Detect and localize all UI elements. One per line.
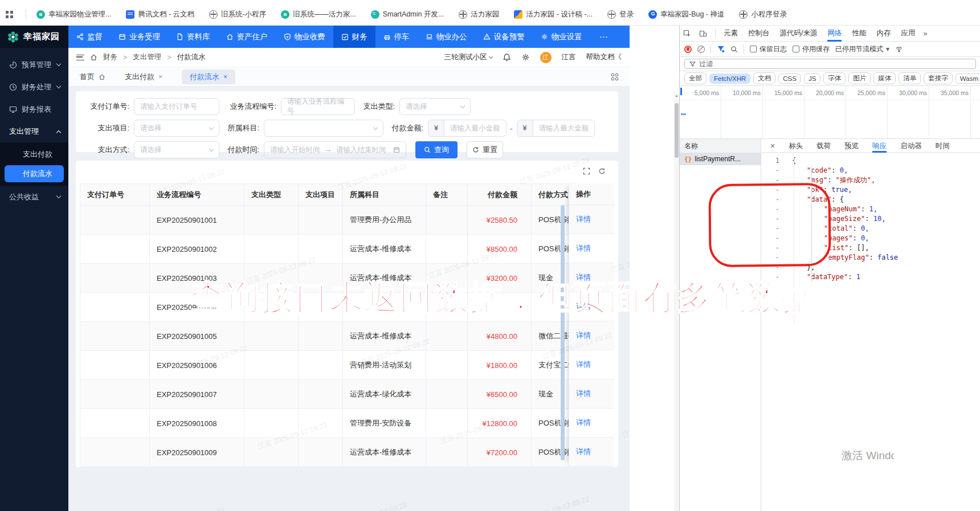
pay-time-range-input[interactable]: 请输入开始时间 → 请输入结束时间 [264, 141, 406, 158]
detail-link[interactable]: 详情 [576, 301, 591, 312]
filter-funnel-icon[interactable] [717, 45, 725, 53]
bell-icon[interactable] [503, 53, 511, 62]
request-type-chip[interactable]: 媒体 [873, 72, 896, 84]
bookmark-item[interactable]: 小程序登录 [739, 10, 787, 19]
community-select[interactable]: 三轮测试小区 [444, 52, 492, 62]
nav-item-property-office[interactable]: 物业办公 [418, 26, 475, 48]
record-icon[interactable] [684, 46, 692, 53]
request-type-chip[interactable]: 图片 [848, 72, 871, 84]
expense-item-select[interactable]: 请选择 [134, 120, 219, 137]
user-name[interactable]: 江言 [562, 52, 576, 62]
line-gutter[interactable]: - [761, 234, 786, 243]
tab-home[interactable]: 首页 [80, 72, 105, 82]
request-type-chip[interactable]: 字体 [823, 72, 846, 84]
nav-item-property-settings[interactable]: 物业设置 [533, 26, 590, 48]
preserve-log-checkbox[interactable]: 保留日志 [750, 44, 787, 54]
search-icon[interactable] [730, 46, 738, 53]
detail-link[interactable]: 详情 [576, 447, 591, 457]
request-type-chip[interactable]: 清单 [899, 72, 921, 84]
detail-link[interactable]: 详情 [576, 359, 591, 370]
fullscreen-icon[interactable] [583, 167, 590, 175]
devtools-tab[interactable]: 控制台 [748, 26, 770, 42]
request-type-chip[interactable]: CSS [778, 73, 801, 84]
nav-item-property-fee[interactable]: 物业收费 [276, 26, 333, 48]
sidebar-item-budget-management[interactable]: 预算管理 [0, 54, 68, 76]
response-tab[interactable]: 载荷 [816, 139, 831, 153]
sidebar-item-finance-report[interactable]: 财务报表 [0, 98, 68, 120]
line-gutter[interactable]: - [761, 214, 786, 224]
request-type-chip[interactable]: Wasm [956, 73, 980, 84]
bookmark-item[interactable]: 旧系统-小程序 [209, 10, 266, 19]
clear-icon[interactable] [697, 46, 705, 53]
devtools-tab[interactable]: 应用 [901, 26, 915, 42]
close-icon[interactable]: × [223, 73, 227, 81]
network-filter-input[interactable]: 过滤 [684, 59, 976, 69]
bookmark-item[interactable]: 活力家园 [459, 10, 499, 19]
bookmark-item[interactable]: 幸福家园-Bug - 禅道 [648, 10, 725, 19]
amount-min-input[interactable]: ¥请输入最小金额 [428, 120, 507, 137]
line-gutter[interactable]: - [761, 253, 786, 263]
checkbox-icon[interactable] [750, 46, 757, 52]
page-scrollbar[interactable]: ▲ [674, 93, 679, 511]
tabs-overflow-button[interactable]: » [923, 30, 927, 38]
breadcrumb[interactable]: 财务 [103, 52, 117, 62]
line-gutter[interactable]: - [761, 185, 786, 195]
sidebar-item-public-income[interactable]: 公共收益 [0, 186, 68, 208]
amount-max-input[interactable]: ¥请输入最大金额 [517, 120, 595, 137]
tab-payment-flow[interactable]: 付款流水× [182, 70, 235, 84]
nav-more-button[interactable]: ⋯ [594, 32, 615, 42]
app-logo[interactable]: 幸福家园 [0, 26, 68, 48]
avatar[interactable]: 江 [540, 52, 552, 63]
detail-link[interactable]: 详情 [576, 330, 591, 341]
line-gutter[interactable]: 1 [761, 156, 786, 166]
apps-grid-icon[interactable] [6, 11, 13, 18]
bookmark-item[interactable]: 腾讯文档 - 云文档 [126, 10, 194, 19]
line-gutter[interactable]: - [761, 205, 786, 214]
nav-item-finance[interactable]: 财务 [333, 26, 375, 48]
request-type-chip[interactable]: JS [804, 73, 820, 84]
response-tab[interactable]: 标头 [789, 139, 803, 153]
detail-link[interactable]: 详情 [576, 214, 591, 224]
devtools-tab[interactable]: 元素 [724, 26, 738, 42]
checkbox-icon[interactable] [793, 46, 799, 52]
line-gutter[interactable]: - [761, 224, 786, 234]
breadcrumb[interactable]: 支出管理 [133, 52, 161, 62]
throttling-select[interactable]: 已停用节流模式▾ [835, 44, 889, 54]
response-tab[interactable]: 预览 [844, 139, 859, 153]
layout-grid-icon[interactable] [611, 73, 618, 80]
nav-item-device-alarm[interactable]: 设备预警 [475, 26, 533, 48]
devtools-tab[interactable]: 网络 [827, 26, 842, 42]
bookmark-item[interactable]: 幸福家园物业管理... [36, 10, 111, 19]
nav-item-repository[interactable]: 资料库 [168, 26, 218, 48]
help-doc-link[interactable]: 帮助文档《 [586, 52, 622, 62]
response-tab[interactable]: 时间 [936, 139, 950, 153]
nav-item-asset-resident[interactable]: 资产住户 [218, 26, 276, 48]
sidebar-item-payment-flow[interactable]: 付款流水 [5, 165, 64, 182]
response-tab[interactable]: 响应 [872, 139, 887, 153]
line-gutter[interactable]: - [761, 272, 786, 282]
sidebar-item-finance-processing[interactable]: 财务处理 [0, 76, 68, 98]
reset-button[interactable]: 重置 [467, 141, 503, 158]
disable-cache-checkbox[interactable]: 停用缓存 [793, 44, 830, 54]
gear-icon[interactable] [521, 53, 530, 62]
line-gutter[interactable]: - [761, 175, 786, 185]
scroll-up-arrow[interactable]: ▲ [674, 94, 679, 97]
network-conditions-icon[interactable] [895, 45, 903, 53]
request-type-chip[interactable]: 套接字 [924, 72, 953, 84]
breadcrumb[interactable]: 付款流水 [177, 52, 206, 62]
devtools-tab[interactable]: 性能 [852, 26, 866, 42]
page-scrollbar-thumb[interactable] [675, 103, 679, 158]
request-row[interactable]: {} listPaymentR... [680, 153, 761, 165]
nav-item-business-acceptance[interactable]: 业务受理 [111, 26, 168, 48]
close-icon[interactable]: × [158, 73, 162, 81]
table-scrollbar-thumb[interactable] [561, 205, 565, 460]
detail-link[interactable]: 详情 [576, 418, 591, 428]
home-icon[interactable] [90, 54, 97, 61]
nav-item-parking[interactable]: 停车 [375, 26, 418, 48]
request-type-chip[interactable]: 文档 [753, 72, 775, 84]
detail-link[interactable]: 详情 [576, 272, 591, 283]
search-button[interactable]: 查询 [415, 141, 458, 158]
request-type-chip[interactable]: 全部 [684, 72, 707, 84]
devtools-tab[interactable]: 内存 [876, 26, 891, 42]
line-gutter[interactable]: - [761, 243, 786, 253]
